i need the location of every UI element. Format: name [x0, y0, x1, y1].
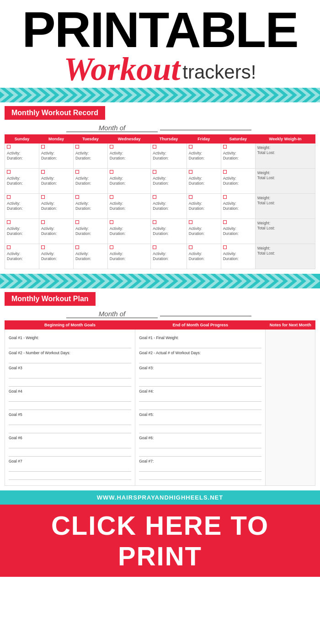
duration-label: Duration: [41, 256, 71, 261]
duration-label: Duration: [223, 256, 253, 261]
section1-header: Monthly Workout Record [0, 102, 320, 122]
duration-label: Duration: [75, 181, 106, 186]
activity-label: Activity: [223, 226, 253, 231]
header-section: PRINTABLE Workout trackers! [0, 0, 320, 88]
goal-start-line-7-b [9, 474, 131, 480]
cell-checkbox [7, 220, 11, 224]
duration-label: Duration: [153, 181, 184, 186]
activity-label: Activity: [110, 201, 149, 206]
plan-col1-header: Beginning of Month Goals [5, 321, 135, 330]
cell-checkbox [75, 220, 79, 224]
calendar-cell: Activity: Duration: [187, 244, 221, 269]
calendar-cell: Activity: Duration: [73, 244, 107, 269]
cell-checkbox [110, 220, 113, 224]
activity-label: Activity: [41, 251, 71, 256]
chevron-banner-2 [0, 274, 320, 288]
total-lost-label: Total Lost: [257, 251, 313, 255]
cell-checkbox [153, 195, 156, 199]
calendar-cell: Activity: Duration: [187, 219, 221, 244]
calendar-cell: Activity: Duration: [107, 169, 151, 194]
duration-label: Duration: [189, 181, 219, 186]
trackers-title: trackers! [182, 61, 256, 85]
goal-end-line-2 [139, 357, 261, 363]
calendar-cell: Activity: Duration: [187, 194, 221, 219]
plan-header-row: Beginning of Month Goals End of Month Go… [5, 321, 315, 330]
activity-label: Activity: [41, 151, 71, 155]
calendar-cell: Activity: Duration: [73, 194, 107, 219]
goal-start-1: Goal #1 - Weight: [9, 335, 131, 340]
goal-end-7: Goal #7: [139, 459, 261, 463]
goal-start-line-3-b [9, 380, 131, 387]
cell-checkbox [189, 145, 192, 149]
calendar-cell: Activity: Duration: [187, 144, 221, 169]
footer-website[interactable]: WWW.HAIRSPRAYANDHIGHHEELS.NET [0, 490, 320, 505]
weight-label: Weight: [257, 246, 313, 250]
duration-label: Duration: [7, 156, 37, 160]
cell-checkbox [223, 245, 227, 249]
duration-label: Duration: [110, 256, 149, 261]
cell-checkbox [41, 170, 45, 174]
cell-checkbox [41, 145, 45, 149]
calendar-cell: Activity: Duration: [73, 169, 107, 194]
goal-end-line-5-a [139, 419, 261, 425]
activity-label: Activity: [7, 201, 37, 206]
cell-checkbox [75, 145, 79, 149]
activity-label: Activity: [41, 226, 71, 231]
cell-checkbox [153, 220, 156, 224]
workout-title: Workout [64, 53, 181, 85]
activity-label: Activity: [189, 226, 219, 231]
col-friday: Friday [187, 135, 221, 144]
calendar-cell: Activity: Duration: [221, 244, 255, 269]
goal-start-line-3-a [9, 372, 131, 378]
duration-label: Duration: [223, 206, 253, 211]
cell-checkbox [110, 145, 113, 149]
activity-label: Activity: [110, 251, 149, 256]
calendar-week-row: Activity: Duration: Activity: Duration: … [5, 144, 315, 169]
goal-start-4: Goal #4 [9, 389, 131, 394]
weekly-weigh-cell: Weight: Total Lost: [255, 219, 315, 244]
activity-label: Activity: [189, 251, 219, 256]
cell-checkbox [7, 145, 11, 149]
col-sunday: Sunday [5, 135, 39, 144]
activity-label: Activity: [223, 176, 253, 181]
duration-label: Duration: [75, 206, 106, 211]
goal-end-line-1 [139, 342, 261, 348]
activity-label: Activity: [189, 176, 219, 181]
duration-label: Duration: [75, 256, 106, 261]
goal-end-line-4-a [139, 395, 261, 402]
calendar-cell: Activity: Duration: [39, 219, 73, 244]
goal-start-3: Goal #3 [9, 366, 131, 370]
cell-checkbox [41, 245, 45, 249]
footer-cta[interactable]: CLICK HERE TO PRINT [0, 505, 320, 577]
goal-end-5: Goal #5: [139, 412, 261, 417]
calendar-cell: Activity: Duration: [187, 169, 221, 194]
calendar-cell: Activity: Duration: [39, 169, 73, 194]
total-lost-label: Total Lost: [257, 201, 313, 205]
duration-label: Duration: [7, 181, 37, 186]
cell-checkbox [110, 245, 113, 249]
calendar-week-row: Activity: Duration: Activity: Duration: … [5, 169, 315, 194]
duration-label: Duration: [189, 231, 219, 236]
duration-label: Duration: [189, 256, 219, 261]
activity-label: Activity: [75, 151, 106, 155]
duration-label: Duration: [75, 156, 106, 160]
col-wednesday: Wednesday [107, 135, 151, 144]
cell-checkbox [153, 170, 156, 174]
duration-label: Duration: [153, 256, 184, 261]
duration-label: Duration: [110, 231, 149, 236]
calendar-cell: Activity: Duration: [221, 219, 255, 244]
section1-month-line: Month of [0, 124, 320, 132]
calendar-cell: Activity: Duration: [107, 219, 151, 244]
goal-end-3: Goal #3: [139, 366, 261, 370]
activity-label: Activity: [110, 226, 149, 231]
calendar-cell: Activity: Duration: [5, 194, 39, 219]
goal-end-line-6-b [139, 450, 261, 457]
weekly-weigh-cell: Weight: Total Lost: [255, 169, 315, 194]
goal-end-6: Goal #6: [139, 436, 261, 440]
goal-start-5: Goal #5 [9, 412, 131, 417]
cell-checkbox [41, 195, 45, 199]
col-tuesday: Tuesday [73, 135, 107, 144]
calendar-cell: Activity: Duration: [221, 144, 255, 169]
goal-start-line-2 [9, 357, 131, 363]
calendar-cell: Activity: Duration: [151, 194, 187, 219]
